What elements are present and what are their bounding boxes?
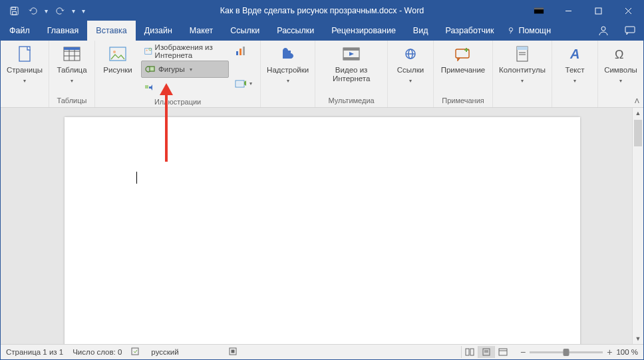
account-button[interactable] <box>590 21 617 41</box>
svg-rect-49 <box>232 350 234 353</box>
svg-rect-6 <box>595 8 601 14</box>
svg-rect-51 <box>470 349 474 355</box>
group-tables: Таблица▾ Таблицы <box>49 41 95 107</box>
table-button[interactable]: Таблица▾ <box>53 42 91 87</box>
svg-rect-1 <box>11 7 15 9</box>
document-area: ▲ ▼ <box>1 108 643 344</box>
group-pages: Страницы▾ <box>1 41 49 107</box>
group-links: Ссылки▾ <box>388 41 434 107</box>
zoom-control: − + 100 % <box>520 347 638 357</box>
macro-icon[interactable] <box>228 347 238 357</box>
tab-file[interactable]: Файл <box>1 21 39 41</box>
svg-rect-28 <box>240 49 242 55</box>
quick-access-toolbar: ▾ ▾ ▾ <box>1 3 86 19</box>
addins-button[interactable]: Надстройки▾ <box>264 42 311 87</box>
web-layout-button[interactable] <box>494 346 511 358</box>
svg-rect-31 <box>237 82 243 86</box>
comments-pane-button[interactable] <box>617 21 643 41</box>
collapse-ribbon-button[interactable]: ᐱ <box>635 97 639 104</box>
chart-button[interactable] <box>234 43 255 59</box>
tab-layout[interactable]: Макет <box>181 21 222 41</box>
svg-rect-4 <box>534 8 543 10</box>
redo-button[interactable] <box>52 3 68 19</box>
tab-home[interactable]: Главная <box>39 21 88 41</box>
scroll-thumb[interactable] <box>634 120 642 146</box>
svg-rect-29 <box>243 47 245 55</box>
zoom-level[interactable]: 100 % <box>616 348 638 356</box>
svg-rect-34 <box>343 57 359 60</box>
group-comments: Примечание Примечания <box>434 41 493 107</box>
window-controls <box>524 1 643 21</box>
group-media: Видео из Интернета Мультимедиа <box>315 41 388 107</box>
text-cursor <box>136 172 137 184</box>
group-text: AТекст▾ <box>552 41 598 107</box>
svg-rect-42 <box>517 47 528 50</box>
minimize-button[interactable] <box>554 1 583 21</box>
tab-review[interactable]: Рецензирование <box>323 21 404 41</box>
svg-rect-33 <box>343 48 359 51</box>
group-illustrations: Рисунки Изображения из Интернета Фигуры▾… <box>95 41 261 107</box>
online-video-button[interactable]: Видео из Интернета <box>319 42 384 85</box>
tab-developer[interactable]: Разработчик <box>436 21 502 41</box>
maximize-button[interactable] <box>583 1 613 21</box>
svg-text:A: A <box>569 47 579 61</box>
tab-references[interactable]: Ссылки <box>222 21 268 41</box>
zoom-slider[interactable] <box>530 351 603 353</box>
word-count[interactable]: Число слов: 0 <box>73 348 122 356</box>
svg-rect-18 <box>64 47 80 50</box>
svg-point-20 <box>113 51 116 53</box>
zoom-out-button[interactable]: − <box>520 347 526 357</box>
language-status[interactable]: русский <box>151 348 178 356</box>
pages-button[interactable]: Страницы▾ <box>4 42 45 87</box>
comment-button[interactable]: Примечание <box>437 42 489 76</box>
header-footer-button[interactable]: Колонтитулы▾ <box>496 42 548 87</box>
read-mode-button[interactable] <box>461 346 478 358</box>
svg-rect-25 <box>150 67 154 71</box>
app-window: ▾ ▾ ▾ Как в Врде сделать рисунок прозрач… <box>0 0 644 360</box>
tab-design[interactable]: Дизайн <box>136 21 181 41</box>
online-pictures-button[interactable]: Изображения из Интернета <box>141 43 229 59</box>
scroll-down-icon[interactable]: ▼ <box>633 333 643 344</box>
group-header-footer: Колонтитулы▾ <box>493 41 552 107</box>
title-bar: ▾ ▾ ▾ Как в Врде сделать рисунок прозрач… <box>1 1 643 21</box>
text-button[interactable]: AТекст▾ <box>556 42 594 87</box>
svg-text:Ω: Ω <box>615 48 623 61</box>
group-addins: Надстройки▾ <box>261 41 315 107</box>
zoom-in-button[interactable]: + <box>607 347 612 357</box>
print-layout-button[interactable] <box>478 346 494 358</box>
svg-rect-2 <box>12 11 16 15</box>
svg-point-22 <box>146 49 148 51</box>
screenshot-button[interactable]: ▾ <box>234 75 255 91</box>
tab-mailings[interactable]: Рассылки <box>268 21 323 41</box>
spellcheck-icon[interactable] <box>131 347 142 357</box>
svg-rect-21 <box>145 49 152 55</box>
ribbon-options-button[interactable] <box>524 1 554 21</box>
svg-point-10 <box>601 27 605 31</box>
symbols-button[interactable]: ΩСимволы▾ <box>601 42 640 87</box>
ribbon-tabs: Файл Главная Вставка Дизайн Макет Ссылки… <box>1 21 643 41</box>
smartart-button[interactable] <box>141 79 229 95</box>
page-status[interactable]: Страница 1 из 1 <box>6 348 63 356</box>
undo-button[interactable] <box>25 3 41 19</box>
close-button[interactable] <box>613 1 643 21</box>
svg-rect-55 <box>499 349 507 355</box>
svg-rect-26 <box>145 85 148 89</box>
svg-rect-11 <box>625 27 635 33</box>
links-button[interactable]: Ссылки▾ <box>391 42 430 87</box>
tab-insert[interactable]: Вставка <box>87 21 135 41</box>
scroll-up-icon[interactable]: ▲ <box>633 108 643 118</box>
tell-me[interactable]: Помощн <box>506 21 551 41</box>
vertical-scrollbar[interactable]: ▲ ▼ <box>632 108 643 344</box>
svg-point-9 <box>510 28 513 31</box>
status-bar: Страница 1 из 1 Число слов: 0 русский − … <box>1 344 643 359</box>
shapes-button[interactable]: Фигуры▾ <box>141 61 229 78</box>
ribbon: Страницы▾ Таблица▾ Таблицы Рисунки Изобр… <box>1 41 643 108</box>
svg-rect-50 <box>466 349 469 355</box>
svg-rect-47 <box>132 348 138 355</box>
save-button[interactable] <box>6 3 22 19</box>
tab-view[interactable]: Вид <box>404 21 437 41</box>
page[interactable] <box>65 117 580 344</box>
svg-rect-27 <box>236 51 238 55</box>
pictures-button[interactable]: Рисунки <box>98 42 137 76</box>
view-buttons <box>461 346 511 358</box>
